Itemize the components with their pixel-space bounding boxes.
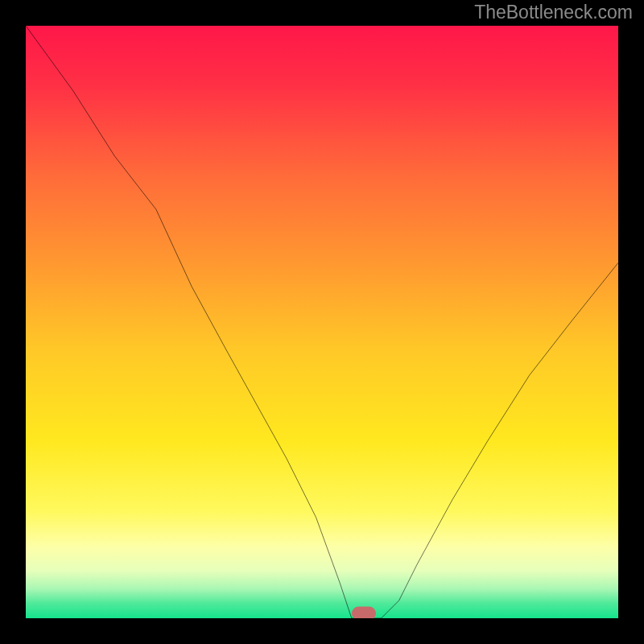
watermark-text: TheBottleneck.com xyxy=(474,2,633,23)
chart-frame: TheBottleneck.com xyxy=(0,0,644,644)
plot-area xyxy=(26,26,618,618)
optimal-marker xyxy=(352,607,376,619)
bottleneck-curve xyxy=(26,26,618,618)
